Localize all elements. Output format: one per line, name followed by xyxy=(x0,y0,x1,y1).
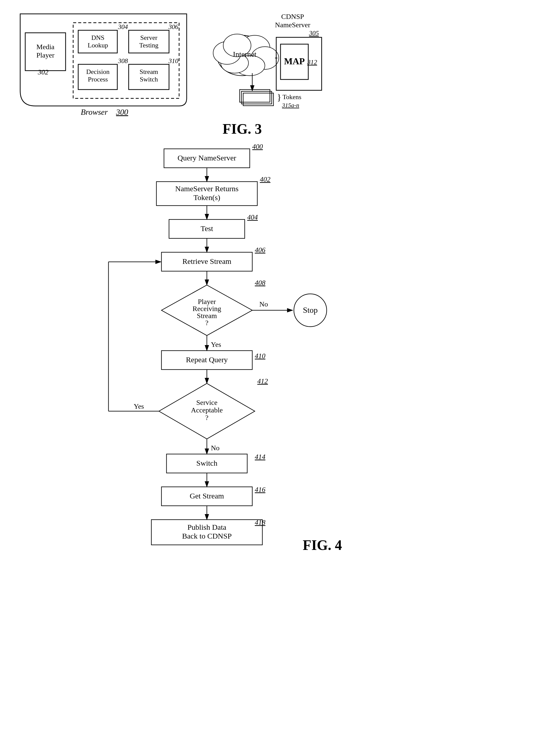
nameserver-label: NameServer xyxy=(275,21,311,29)
num-402: 402 xyxy=(260,175,270,183)
num-400: 400 xyxy=(252,143,263,150)
tokens-label: Tokens xyxy=(283,93,301,100)
num-305: 305 xyxy=(309,30,319,37)
service-acceptable-label3: ? xyxy=(205,414,208,421)
num-406: 406 xyxy=(255,246,265,254)
num-312: 312 xyxy=(307,59,317,66)
fig4-title: FIG. 4 xyxy=(303,537,342,553)
media-player-label2: Player xyxy=(36,51,55,59)
stream-switch-label: Stream xyxy=(140,68,158,76)
service-acceptable-label2: Acceptable xyxy=(191,406,223,414)
stop-label: Stop xyxy=(303,306,318,315)
publish-data-label: Publish Data xyxy=(187,523,226,531)
server-testing-label2: Testing xyxy=(139,41,158,49)
retrieve-stream-label: Retrieve Stream xyxy=(182,257,231,265)
player-receiving-label2: Receiving xyxy=(193,305,221,313)
dns-lookup-label: DNS xyxy=(91,34,105,41)
cdnsp-label: CDNSP xyxy=(281,12,304,21)
tokens-num: 315a-n xyxy=(282,102,299,109)
repeat-query-label: Repeat Query xyxy=(186,355,228,364)
player-receiving-label4: ? xyxy=(205,319,208,327)
browser-num: 300 xyxy=(116,108,128,117)
nameserver-returns-label: NameServer Returns xyxy=(175,184,239,193)
num-410: 410 xyxy=(255,352,265,360)
player-receiving-label: Player xyxy=(198,298,216,306)
yes-label-412: Yes xyxy=(134,402,144,410)
media-player-label: Media xyxy=(36,43,55,51)
num-302: 302 xyxy=(37,68,49,76)
decision-process-label: Decision xyxy=(86,68,110,76)
fig3-title: FIG. 3 xyxy=(223,121,262,137)
no-label-408: No xyxy=(259,300,268,308)
num-304: 304 xyxy=(118,23,128,31)
num-416: 416 xyxy=(255,486,265,493)
switch-label: Switch xyxy=(196,459,217,467)
num-310: 310 xyxy=(168,57,178,65)
publish-data-label2: Back to CDNSP xyxy=(182,532,232,540)
num-308: 308 xyxy=(118,57,128,65)
query-nameserver-label: Query NameServer xyxy=(178,154,236,162)
num-412: 412 xyxy=(257,377,268,385)
map-label: MAP xyxy=(284,56,305,66)
internet-label: Internet xyxy=(233,50,257,58)
nameserver-returns-label2: Token(s) xyxy=(194,193,220,202)
service-acceptable-label: Service xyxy=(196,399,217,406)
dns-lookup-label2: Lookup xyxy=(88,41,108,49)
num-408: 408 xyxy=(255,279,265,287)
get-stream-label: Get Stream xyxy=(190,492,224,500)
player-receiving-label3: Stream xyxy=(197,312,217,320)
brace: } xyxy=(277,92,281,103)
decision-process-label2: Process xyxy=(88,76,108,83)
browser-label: Browser xyxy=(81,108,108,117)
num-306: 306 xyxy=(168,23,178,31)
server-testing-label: Server xyxy=(140,34,157,41)
num-414: 414 xyxy=(255,453,265,461)
yes-label-408: Yes xyxy=(211,341,221,348)
no-label-412: No xyxy=(211,444,219,452)
main-diagram: Browser 300 Media Player 302 DNS Lookup … xyxy=(0,0,557,756)
num-404: 404 xyxy=(247,213,258,221)
stream-switch-label2: Switch xyxy=(140,76,158,83)
test-label: Test xyxy=(201,224,213,233)
